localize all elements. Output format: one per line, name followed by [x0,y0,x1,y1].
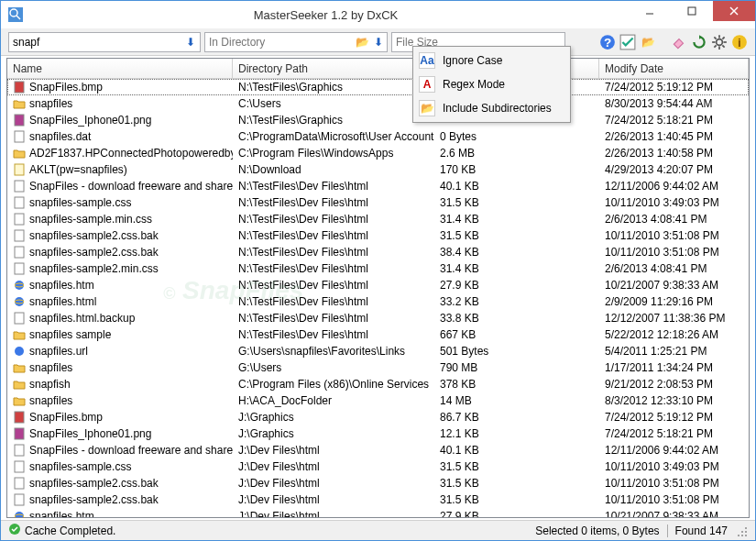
check-icon[interactable] [619,34,636,50]
directory-cell: N:\TestFiles\Dev Files\html [233,328,434,341]
directory-dropdown-icon[interactable]: ⬇ [371,34,385,50]
file-type-icon [13,246,26,259]
date-cell: 2/9/2009 11:29:16 PM [599,295,749,308]
file-name-cell: snapfish [29,378,71,391]
column-header-name[interactable]: Name [7,59,233,78]
file-type-icon [13,510,26,517]
size-cell: 501 Bytes [434,345,599,358]
date-cell: 8/30/2013 9:54:44 AM [599,97,749,110]
directory-cell: J:\Dev Files\html [233,444,434,457]
table-row[interactable]: snapfiles-sample2.css.bak N:\TestFiles\D… [7,227,749,244]
file-type-icon [13,180,26,193]
browse-folder-icon[interactable]: 📂 [356,34,369,50]
directory-cell: N:\TestFiles\Dev Files\html [233,246,434,259]
table-row[interactable]: snapfiles.dat C:\ProgramData\Microsoft\U… [7,128,749,145]
directory-cell: J:\Graphics [233,411,434,424]
file-type-icon [13,213,26,226]
svg-rect-35 [15,313,24,324]
size-cell: 170 KB [434,163,599,176]
file-name-cell: snapfiles-sample2.css.bak [29,246,159,259]
svg-rect-26 [15,197,24,208]
table-row[interactable]: AD2F1837.HPConnectedPhotopoweredbySn... … [7,145,749,161]
table-row[interactable]: snapfiles-sample2.css.bak J:\Dev Files\h… [7,475,749,491]
table-row[interactable]: snapfiles-sample2.css.bak N:\TestFiles\D… [7,244,749,260]
minimize-button[interactable] [629,1,671,21]
svg-point-53 [745,535,747,536]
size-cell: 31.5 KB [434,460,599,473]
name-search-input[interactable] [9,33,183,51]
status-ok-icon [8,523,21,538]
table-row[interactable]: snapfiles.htm J:\Dev Files\html 27.9 KB … [7,508,749,517]
app-icon [8,7,23,22]
gear-icon[interactable] [711,34,728,50]
directory-cell: N:\TestFiles\Dev Files\html [233,180,434,193]
size-cell: 31.5 KB [434,477,599,490]
svg-point-31 [15,281,24,290]
table-body[interactable]: © SnapFiles SnapFiles.bmp N:\TestFiles\G… [7,79,749,517]
table-row[interactable]: snapfiles G:\Users 790 MB 1/17/2011 1:34… [7,359,749,376]
file-name-cell: snapfiles [29,361,72,374]
svg-rect-39 [15,445,24,456]
table-row[interactable]: snapfish C:\Program Files (x86)\Online S… [7,376,749,392]
size-cell: 27.9 KB [434,510,599,517]
dropdown-item-ignore-case[interactable]: AaIgnore Case [415,49,568,72]
directory-cell: J:\Dev Files\html [233,460,434,473]
column-header-date[interactable]: Modify Date [599,59,749,78]
table-row[interactable]: snapfiles.html.backup N:\TestFiles\Dev F… [7,310,749,326]
table-row[interactable]: snapfiles-sample.css J:\Dev Files\html 3… [7,458,749,475]
dropdown-item-include-subdirectories[interactable]: 📂Include Subdirectories [415,96,568,120]
svg-rect-22 [15,115,24,126]
refresh-icon[interactable] [691,34,707,50]
table-row[interactable]: snapfiles sample N:\TestFiles\Dev Files\… [7,326,749,343]
resize-grip-icon[interactable] [735,524,748,537]
table-row[interactable]: SnapFiles - download freeware and sharew… [7,442,749,458]
table-row[interactable]: SnapFiles - download freeware and sharew… [7,178,749,194]
help-icon[interactable]: ? [599,34,616,50]
info-icon[interactable]: i [731,34,748,50]
eraser-icon[interactable] [671,34,687,50]
directory-search-input[interactable] [205,33,356,51]
file-type-icon [13,477,26,490]
folder-tool-icon[interactable]: 📂 [640,34,656,50]
dropdown-item-regex-mode[interactable]: ARegex Mode [415,72,568,96]
table-row[interactable]: snapfiles.htm N:\TestFiles\Dev Files\htm… [7,277,749,293]
name-dropdown-icon[interactable]: ⬇ [183,34,198,50]
file-name-cell: SnapFiles - download freeware and sharew… [29,444,233,457]
svg-point-36 [15,347,24,356]
directory-cell: N:\TestFiles\Graphics [233,81,434,94]
size-cell: 0 Bytes [434,130,599,143]
table-row[interactable]: snapfiles.url G:\Users\snapfiles\Favorit… [7,343,749,359]
table-row[interactable]: SnapFiles_Iphone01.png J:\Graphics 12.1 … [7,425,749,442]
dropdown-item-icon: A [419,76,435,93]
size-cell: 31.4 KB [434,262,599,275]
table-row[interactable]: snapfiles-sample2.css.bak J:\Dev Files\h… [7,491,749,508]
svg-point-49 [741,531,743,533]
column-header-directory[interactable]: Directory Path [233,59,434,78]
file-type-icon [13,493,26,506]
table-row[interactable]: snapfiles H:\ACA_DocFolder 14 MB 8/3/201… [7,392,749,409]
svg-point-52 [741,535,743,536]
date-cell: 10/11/2010 3:49:03 PM [599,196,749,209]
directory-cell: N:\TestFiles\Dev Files\html [233,295,434,308]
directory-cell: N:\TestFiles\Dev Files\html [233,312,434,325]
maximize-button[interactable] [671,1,713,21]
table-row[interactable]: snapfiles.html N:\TestFiles\Dev Files\ht… [7,293,749,310]
table-row[interactable]: snapfiles-sample.css N:\TestFiles\Dev Fi… [7,194,749,211]
directory-cell: N:\TestFiles\Graphics [233,114,434,127]
table-row[interactable]: SnapFiles.bmp N:\TestFiles\Graphics 7/24… [7,79,749,95]
directory-cell: H:\ACA_DocFolder [233,394,434,407]
file-name-cell: snapfiles.htm [29,510,94,517]
file-name-cell: SnapFiles_Iphone01.png [29,114,151,127]
table-row[interactable]: snapfiles-sample2.min.css N:\TestFiles\D… [7,260,749,277]
table-row[interactable]: SnapFiles.bmp J:\Graphics 86.7 KB 7/24/2… [7,409,749,425]
size-cell: 2.6 MB [434,147,599,160]
file-type-icon [13,328,26,341]
table-row[interactable]: snapfiles-sample.min.css N:\TestFiles\De… [7,211,749,227]
status-separator [667,524,668,537]
svg-line-16 [722,45,724,47]
file-name-cell: SnapFiles.bmp [29,411,103,424]
table-row[interactable]: AKLT(pw=snapfiles) N:\Download 170 KB 4/… [7,161,749,178]
close-button[interactable] [713,1,755,21]
table-row[interactable]: snapfiles C:\Users 8/30/2013 9:54:44 AM [7,95,749,112]
table-row[interactable]: SnapFiles_Iphone01.png N:\TestFiles\Grap… [7,112,749,128]
